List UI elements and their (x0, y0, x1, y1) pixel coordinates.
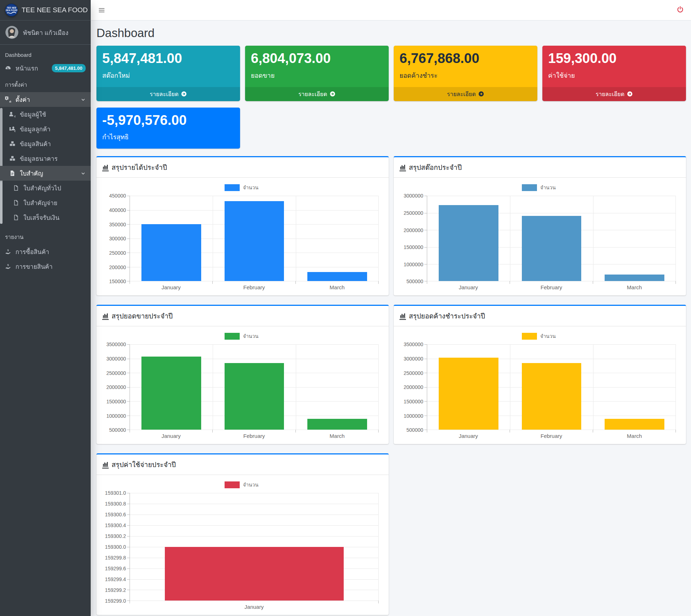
arrow-circle-right-icon (330, 91, 335, 97)
user-name: พัชนิดา แก้วเมือง (23, 28, 68, 37)
stat-card-sales: 6,804,073.00 ยอดขาย รายละเอียด (245, 46, 389, 101)
svg-text:TEE NEE: TEE NEE (6, 6, 17, 9)
chart-bar-icon (399, 164, 406, 171)
sidebar-item-label: ข้อมูลลูกค้า (20, 124, 50, 134)
sidebar-item-label: ใบเสร็จรับเงิน (23, 213, 59, 222)
settings-submenu: ข้อมูลผู้ใช้ ข้อมูลลูกค้า ข้อมูลสินค้า ข… (0, 107, 91, 225)
user-cog-icon (9, 111, 15, 117)
stat-cards-row: 5,847,481.00 สต๊อกใหม่ รายละเอียด 6,804,… (96, 46, 686, 101)
file-icon (13, 200, 19, 206)
sidebar-item-settings[interactable]: ตั้งค่า (0, 92, 91, 107)
chart-title: สรุปสต๊อกประจำปี (409, 162, 462, 173)
content: Dashboard 5,847,481.00 สต๊อกใหม่ รายละเอ… (91, 21, 691, 616)
sidebar-toggle-icon[interactable] (98, 6, 105, 14)
arrow-circle-right-icon (627, 91, 633, 97)
sidebar-item-label: ใบสำคัญทั่วไป (23, 183, 61, 193)
stat-card-unpaid: 6,767,868.00 ยอดค้างชำระ รายละเอียด (394, 46, 537, 101)
sidebar-item-voucher-general[interactable]: ใบสำคัญทั่วไป (0, 181, 91, 195)
stat-value: 6,767,868.00 (399, 51, 532, 67)
logout-power-icon[interactable] (677, 6, 684, 13)
sidebar-item-label: การซื้อสินค้า (15, 247, 49, 257)
bar-chart-expense: จำนวน159301.0159300.8159300.6159300.4159… (99, 481, 384, 610)
chart-card-header: สรุปค่าใช้จ่ายประจำปี (96, 454, 389, 475)
sidebar-item-purchase-report[interactable]: การซื้อสินค้า (0, 244, 91, 259)
chart-card-income: สรุปรายได้ประจำปี จำนวน45000040000035000… (96, 156, 389, 295)
brand-logo-icon: TEE NEE SEA FOOD (5, 4, 18, 17)
chart-card-header: สรุปยอดขายประจำปี (96, 306, 389, 326)
sidebar-item-receipt[interactable]: ใบเสร็จรับเงิน (0, 210, 91, 225)
stat-value: -5,970,576.00 (102, 113, 234, 128)
stat-card-expense: 159,300.00 ค่าใช้จ่าย รายละเอียด (542, 46, 686, 101)
sidebar-item-home[interactable]: หน้าแรก 5,847,481.00 (0, 61, 91, 76)
brand[interactable]: TEE NEE SEA FOOD TEE NEE SEA FOOD (0, 0, 91, 21)
stat-card-net-profit: -5,970,576.00 กำไรสุทธิ (96, 108, 240, 149)
sidebar-item-sales-report[interactable]: การขายสินค้า (0, 259, 91, 274)
chart-body: จำนวน35000003000000250000020000001500000… (96, 326, 389, 444)
sidebar-item-label: การขายสินค้า (15, 262, 53, 271)
chart-card-header: สรุปยอดค้างชำระประจำปี (394, 306, 686, 326)
chart-title: สรุปยอดขายประจำปี (112, 311, 173, 321)
sidebar-item-banks[interactable]: ข้อมูลธนาคาร (0, 151, 91, 166)
stat-label: ยอดขาย (251, 70, 383, 81)
sidebar-item-customers[interactable]: ข้อมูลลูกค้า (0, 122, 91, 136)
sidebar-item-label: ใบสำคัญ (20, 168, 43, 178)
nav-header-reports: รายงาน (0, 225, 91, 244)
stat-label: ยอดค้างชำระ (399, 70, 532, 81)
chart-title: สรุปค่าใช้จ่ายประจำปี (112, 459, 176, 470)
chart-body: จำนวน45000040000035000030000025000020000… (96, 178, 389, 295)
boxes-icon (9, 155, 15, 162)
details-link[interactable]: รายละเอียด (245, 87, 389, 101)
sidebar-item-voucher[interactable]: ใบสำคัญ (0, 166, 91, 181)
hand-holding-usd-icon (5, 249, 11, 255)
chart-card-unpaid: สรุปยอดค้างชำระประจำปี จำนวน350000030000… (394, 305, 686, 444)
stat-cards-row-2: -5,970,576.00 กำไรสุทธิ (96, 108, 686, 149)
main-area: Dashboard 5,847,481.00 สต๊อกใหม่ รายละเอ… (91, 0, 691, 616)
stat-value: 159,300.00 (548, 51, 680, 67)
bar-chart-income: จำนวน45000040000035000030000025000020000… (99, 184, 384, 290)
stat-label: กำไรสุทธิ (102, 132, 234, 142)
chevron-down-icon (81, 97, 86, 102)
sidebar: TEE NEE SEA FOOD TEE NEE SEA FOOD พัชนิด… (0, 0, 91, 616)
home-total-badge: 5,847,481.00 (52, 64, 86, 72)
page-title: Dashboard (96, 26, 686, 40)
navbar-right (677, 6, 684, 14)
chart-bar-icon (102, 312, 109, 320)
svg-text:SEA FOOD: SEA FOOD (6, 9, 18, 12)
tachometer-icon (5, 65, 11, 71)
chart-bar-icon (399, 312, 406, 320)
arrow-circle-right-icon (478, 91, 484, 97)
chart-card-header: สรุปสต๊อกประจำปี (394, 157, 686, 178)
details-link[interactable]: รายละเอียด (394, 87, 537, 101)
chart-card-expense: สรุปค่าใช้จ่ายประจำปี จำนวน159301.015930… (96, 453, 389, 615)
sidebar-item-users[interactable]: ข้อมูลผู้ใช้ (0, 107, 91, 122)
stat-card-stock: 5,847,481.00 สต๊อกใหม่ รายละเอียด (96, 46, 240, 101)
chart-card-stock: สรุปสต๊อกประจำปี จำนวน300000025000002000… (394, 156, 686, 295)
chart-grid: สรุปรายได้ประจำปี จำนวน45000040000035000… (96, 156, 686, 616)
stat-label: ค่าใช้จ่าย (548, 70, 680, 81)
sidebar-item-products[interactable]: ข้อมูลสินค้า (0, 136, 91, 151)
sidebar-item-label: ข้อมูลธนาคาร (20, 154, 58, 163)
hand-holding-usd-icon (5, 263, 11, 270)
details-link[interactable]: รายละเอียด (96, 87, 240, 101)
nav-header-settings: การตั้งค่า (0, 76, 91, 92)
chart-card-sales: สรุปยอดขายประจำปี จำนวน35000003000000250… (96, 305, 389, 444)
chart-bar-icon (102, 461, 109, 468)
sidebar-item-label: ข้อมูลผู้ใช้ (20, 109, 46, 119)
chart-card-header: สรุปรายได้ประจำปี (96, 157, 389, 178)
top-navbar (91, 0, 691, 21)
stat-label: สต๊อกใหม่ (102, 70, 234, 81)
chart-title: สรุปยอดค้างชำระประจำปี (409, 311, 485, 321)
users-cog-icon (9, 126, 15, 132)
sidebar-item-label: ตั้งค่า (15, 95, 30, 104)
bar-chart-sales: จำนวน35000003000000250000020000001500000… (99, 332, 384, 439)
details-link[interactable]: รายละเอียด (542, 87, 686, 101)
nav-header-dashboard: Dashboard (0, 47, 91, 61)
boxes-icon (9, 141, 15, 147)
user-panel[interactable]: พัชนิดา แก้วเมือง (0, 21, 91, 45)
bar-chart-unpaid: จำนวน35000003000000250000020000001500000… (397, 332, 681, 439)
file-alt-icon (9, 170, 15, 176)
sidebar-item-label: ข้อมูลสินค้า (20, 139, 51, 149)
sidebar-item-label: ใบสำคัญจ่าย (23, 198, 57, 208)
sidebar-item-voucher-payment[interactable]: ใบสำคัญจ่าย (0, 195, 91, 210)
voucher-submenu: ใบสำคัญทั่วไป ใบสำคัญจ่าย ใบเสร็จรับเงิน (0, 181, 91, 225)
